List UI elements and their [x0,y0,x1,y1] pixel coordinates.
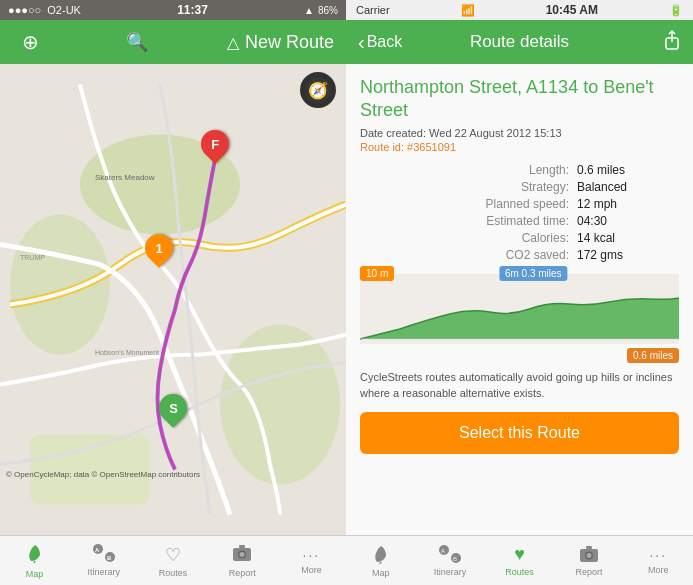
add-location-button[interactable]: ⊕ [12,24,48,60]
svg-rect-15 [239,545,245,548]
route-title: Northampton Street, A1134 to Bene't Stre… [360,76,679,123]
tab-more-left[interactable]: ··· More [277,536,346,585]
tab-map-left[interactable]: Map [0,536,69,585]
battery-icon-right: 🔋 [669,4,683,17]
svg-point-14 [240,552,245,557]
signal-dots: ●●●○○ O2-UK [8,4,81,16]
status-right-icons: ▲ 86% [304,5,338,16]
itinerary-tab-icon-right: A B [439,545,461,565]
svg-point-25 [586,553,591,558]
status-time-left: 11:37 [177,3,208,17]
new-route-label: New Route [245,32,334,53]
stats-table: Length: 0.6 miles Strategy: Balanced Pla… [360,163,679,262]
bottom-tabs-left: Map A B Itinerary ♡ Routes [0,535,346,585]
status-bar-left: ●●●○○ O2-UK 11:37 ▲ 86% [0,0,346,20]
svg-text:B: B [453,556,457,562]
route-id: Route id: #3651091 [360,141,679,153]
route-date: Date created: Wed 22 August 2012 15:13 [360,127,679,139]
svg-text:B: B [107,555,112,561]
pin-f: F [201,130,229,158]
back-button[interactable]: ‹ Back [358,31,402,54]
left-panel: ●●●○○ O2-UK 11:37 ▲ 86% ⊕ 🔍 △ New Route [0,0,346,585]
report-tab-label-right: Report [575,567,602,577]
carrier-label: Carrier [356,4,390,16]
svg-text:A: A [95,547,100,553]
route-details: Northampton Street, A1134 to Bene't Stre… [346,64,693,535]
map-area[interactable]: Skaters Meadow TRUMP Hobson's Monument 🧭… [0,64,346,535]
svg-rect-26 [586,546,592,549]
tab-routes-right[interactable]: ♥ Routes [485,536,554,585]
map-credit: © OpenCycleMap; data © OpenStreetMap con… [6,470,200,479]
nav-bar-left: ⊕ 🔍 △ New Route [0,20,346,64]
routes-tab-icon-right: ♥ [514,544,525,565]
pin-1: 1 [145,234,173,262]
more-tab-label-left: More [301,565,322,575]
report-tab-label-left: Report [229,568,256,578]
map-tab-label-right: Map [372,568,390,578]
tab-report-right[interactable]: Report [554,536,623,585]
stat-strategy: Strategy: Balanced [360,180,679,194]
tab-more-right[interactable]: ··· More [624,536,693,585]
itinerary-tab-label-right: Itinerary [434,567,467,577]
routes-tab-label-left: Routes [159,568,188,578]
tab-itinerary-left[interactable]: A B Itinerary [69,536,138,585]
elevation-chart-container: 10 m 6m 0.3 miles 0.6 miles [360,274,679,359]
chart-label-right: 0.6 miles [627,348,679,363]
nav-title-right: Route details [470,32,569,52]
wifi-icon: 📶 [461,4,475,17]
map-tab-icon-left [26,543,44,567]
tab-report-left[interactable]: Report [208,536,277,585]
stat-co2: CO2 saved: 172 gms [360,248,679,262]
status-time-right: 10:45 AM [546,3,598,17]
more-tab-label-right: More [648,565,669,575]
back-label: Back [367,33,403,51]
nav-bar-right: ‹ Back Route details [346,20,693,64]
search-button[interactable]: 🔍 [119,24,155,60]
stat-calories: Calories: 14 kcal [360,231,679,245]
share-button[interactable] [663,30,681,55]
report-tab-icon-left [232,544,252,566]
stat-time: Estimated time: 04:30 [360,214,679,228]
nav-title-left: △ New Route [227,32,334,53]
stat-speed: Planned speed: 12 mph [360,197,679,211]
map-tab-icon-right [372,544,390,566]
back-chevron-icon: ‹ [358,31,365,54]
tab-map-right[interactable]: Map [346,536,415,585]
chart-label-mid: 6m 0.3 miles [499,266,568,281]
bottom-tabs-right: Map A B Itinerary ♥ Routes [346,535,693,585]
stat-length: Length: 0.6 miles [360,163,679,177]
svg-text:TRUMP: TRUMP [20,254,45,261]
more-tab-icon-left: ··· [303,547,321,563]
svg-text:A: A [441,548,445,554]
compass: 🧭 [300,72,336,108]
select-route-button[interactable]: Select this Route [360,412,679,454]
itinerary-tab-label-left: Itinerary [88,567,121,577]
svg-point-2 [10,215,110,355]
routes-tab-icon-left: ♡ [165,544,181,566]
svg-text:Hobson's Monument: Hobson's Monument [95,349,159,356]
pin-s: S [159,394,187,422]
tab-itinerary-right[interactable]: A B Itinerary [415,536,484,585]
report-tab-icon-right [579,545,599,565]
svg-text:Skaters Meadow: Skaters Meadow [95,173,155,182]
route-triangle-icon: △ [227,33,239,52]
itinerary-tab-icon-left: A B [93,544,115,565]
route-description: CycleStreets routes automatically avoid … [360,369,679,402]
right-panel: Carrier 📶 10:45 AM 🔋 ‹ Back Route detail… [346,0,693,585]
tab-routes-left[interactable]: ♡ Routes [138,536,207,585]
chart-label-left: 10 m [360,266,394,281]
more-tab-icon-right: ··· [649,547,667,563]
map-tab-label-left: Map [26,569,44,579]
elevation-svg [360,274,679,344]
routes-tab-label-right: Routes [505,567,534,577]
status-bar-right: Carrier 📶 10:45 AM 🔋 [346,0,693,20]
